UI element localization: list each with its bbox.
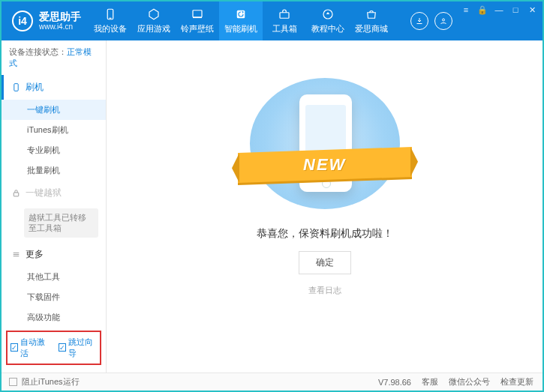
sidebar-item-pro-flash[interactable]: 专业刷机 bbox=[2, 140, 106, 160]
check-update-link[interactable]: 检查更新 bbox=[500, 376, 533, 388]
main-content: NEW 恭喜您，保资料刷机成功啦！ 确定 查看日志 bbox=[107, 40, 542, 373]
sidebar-item-download-firmware[interactable]: 下载固件 bbox=[2, 287, 106, 307]
lock-icon bbox=[11, 188, 21, 199]
flash-icon bbox=[11, 82, 21, 93]
title-bar: i4 爱思助手 www.i4.cn 我的设备 应用游戏 铃声壁纸 智能刷机 工具… bbox=[2, 1, 542, 40]
nav-ringtone-wallpaper[interactable]: 铃声壁纸 bbox=[176, 1, 219, 40]
checkbox-icon bbox=[11, 343, 18, 352]
phone-icon bbox=[103, 7, 118, 21]
app-subtitle: www.i4.cn bbox=[39, 22, 81, 31]
success-illustration: NEW bbox=[250, 78, 400, 209]
wechat-link[interactable]: 微信公众号 bbox=[449, 376, 490, 388]
download-button[interactable] bbox=[410, 12, 428, 30]
more-icon bbox=[11, 249, 21, 259]
nav-toolbox[interactable]: 工具箱 bbox=[263, 1, 306, 40]
version-label: V7.98.66 bbox=[378, 378, 411, 387]
sidebar-item-batch-flash[interactable]: 批量刷机 bbox=[2, 160, 106, 181]
logo-icon: i4 bbox=[12, 10, 33, 31]
ok-button[interactable]: 确定 bbox=[299, 251, 351, 274]
options-panel: 自动激活 跳过向导 bbox=[6, 331, 101, 365]
checkbox-icon bbox=[59, 343, 66, 352]
checkbox-skip-wizard[interactable]: 跳过向导 bbox=[59, 337, 98, 359]
apps-icon bbox=[146, 7, 161, 21]
sidebar-item-itunes-flash[interactable]: iTunes刷机 bbox=[2, 120, 106, 140]
status-bar: 阻止iTunes运行 V7.98.66 客服 微信公众号 检查更新 bbox=[2, 373, 542, 391]
media-icon bbox=[190, 7, 205, 21]
toolbox-icon bbox=[277, 7, 292, 21]
lock-icon[interactable]: 🔒 bbox=[476, 4, 488, 15]
svg-rect-4 bbox=[280, 13, 289, 19]
nav-my-device[interactable]: 我的设备 bbox=[89, 1, 132, 40]
titlebar-actions bbox=[410, 1, 460, 40]
svg-rect-2 bbox=[193, 10, 202, 17]
sidebar-item-advanced[interactable]: 高级功能 bbox=[2, 307, 106, 328]
sidebar-item-other-tools[interactable]: 其他工具 bbox=[2, 267, 106, 287]
menu-icon[interactable]: ≡ bbox=[460, 4, 472, 15]
nav-smart-flash[interactable]: 智能刷机 bbox=[219, 1, 263, 40]
close-button[interactable]: ✕ bbox=[526, 4, 538, 15]
sidebar-group-jailbreak[interactable]: 一键越狱 bbox=[2, 181, 106, 205]
sidebar: 设备连接状态：正常模式 刷机 一键刷机 iTunes刷机 专业刷机 批量刷机 一… bbox=[2, 40, 107, 373]
minimize-button[interactable]: — bbox=[493, 4, 505, 15]
refresh-icon bbox=[233, 7, 248, 21]
main-nav: 我的设备 应用游戏 铃声壁纸 智能刷机 工具箱 教程中心 爱思商城 bbox=[89, 1, 410, 40]
sidebar-group-more[interactable]: 更多 bbox=[2, 242, 106, 267]
nav-tutorials[interactable]: 教程中心 bbox=[306, 1, 350, 40]
store-icon bbox=[364, 7, 379, 21]
jailbreak-note: 越狱工具已转移至工具箱 bbox=[24, 208, 98, 238]
sidebar-group-flash[interactable]: 刷机 bbox=[2, 75, 106, 100]
view-log-link[interactable]: 查看日志 bbox=[308, 285, 341, 296]
sidebar-item-oneclick-flash[interactable]: 一键刷机 bbox=[2, 100, 106, 120]
app-logo: i4 爱思助手 www.i4.cn bbox=[2, 1, 89, 40]
maximize-button[interactable]: □ bbox=[509, 4, 521, 15]
connection-status: 设备连接状态：正常模式 bbox=[2, 40, 106, 75]
new-badge: NEW bbox=[238, 147, 412, 183]
svg-rect-3 bbox=[237, 10, 245, 19]
user-button[interactable] bbox=[434, 12, 452, 30]
book-icon bbox=[320, 7, 335, 21]
block-itunes-label: 阻止iTunes运行 bbox=[22, 376, 80, 388]
svg-rect-8 bbox=[14, 193, 19, 196]
success-message: 恭喜您，保资料刷机成功啦！ bbox=[257, 227, 393, 241]
svg-point-6 bbox=[443, 19, 445, 21]
window-controls: ≡ 🔒 — □ ✕ bbox=[460, 1, 542, 40]
checkbox-auto-activate[interactable]: 自动激活 bbox=[11, 337, 50, 359]
app-title: 爱思助手 bbox=[39, 11, 81, 22]
nav-apps-games[interactable]: 应用游戏 bbox=[132, 1, 176, 40]
checkbox-block-itunes[interactable] bbox=[9, 378, 17, 386]
nav-store[interactable]: 爱思商城 bbox=[350, 1, 393, 40]
svg-rect-7 bbox=[14, 84, 17, 91]
customer-service-link[interactable]: 客服 bbox=[422, 376, 438, 388]
